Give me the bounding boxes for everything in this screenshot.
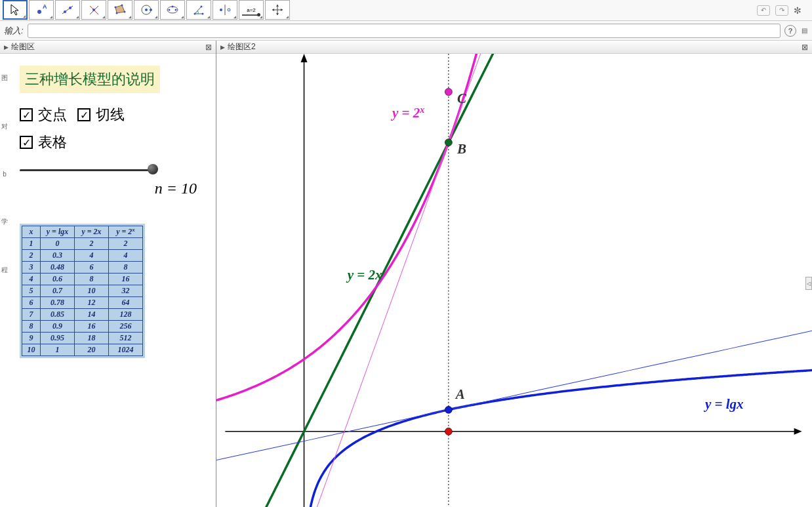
- left-panel-header[interactable]: ▶ 绘图区 ⊠: [0, 41, 216, 54]
- tool-translate[interactable]: [265, 0, 290, 20]
- graph-svg: y = 2xy = 2xy = lgxABC: [216, 54, 812, 507]
- svg-point-25: [228, 9, 230, 11]
- undo-button[interactable]: ↶: [757, 5, 770, 16]
- table-cell: 9: [22, 333, 41, 344]
- table-cell: 6: [22, 297, 41, 309]
- right-collapse-tab[interactable]: ◁: [805, 277, 812, 290]
- svg-point-3: [64, 10, 66, 13]
- right-panel: ▶ 绘图区2 ⊠ y = 2xy = 2xy = lgxABC: [216, 41, 812, 507]
- table-cell: 8: [75, 274, 109, 285]
- table-header: y = lgx: [41, 226, 75, 238]
- svg-point-24: [220, 9, 222, 11]
- intersection-point: [445, 139, 452, 146]
- curve-exp: [216, 54, 485, 413]
- table-cell: 8: [109, 262, 143, 274]
- line-icon: [61, 3, 74, 16]
- curve-log: [307, 366, 812, 507]
- tool-circle[interactable]: [134, 0, 159, 20]
- label-linear: y = 2x: [346, 267, 382, 283]
- label-point-C: C: [457, 91, 467, 106]
- table-cell: 10: [75, 285, 109, 297]
- label-point-B: B: [457, 141, 466, 157]
- checkbox-tangent[interactable]: ✓: [77, 108, 91, 121]
- label-log: y = lgx: [703, 396, 744, 412]
- table-cell: 8: [22, 321, 41, 333]
- svg-point-11: [121, 5, 123, 7]
- angle-icon: [192, 3, 205, 16]
- table-cell: 0: [41, 238, 75, 250]
- svg-point-15: [150, 9, 152, 11]
- checkbox-row: ✓ 交点 ✓ 切线 ✓ 表格: [20, 105, 203, 152]
- table-cell: 0.6: [41, 274, 75, 285]
- tool-point[interactable]: A: [29, 0, 54, 20]
- model-title: 三种增长模型的说明: [20, 66, 160, 93]
- table-row: 70.8514128: [22, 309, 143, 321]
- table-cell: 0.7: [41, 285, 75, 297]
- tool-angle[interactable]: [186, 0, 211, 20]
- polygon-icon: [113, 3, 127, 16]
- checkbox-intersection-label: 交点: [38, 105, 67, 125]
- slider-n[interactable]: [20, 163, 157, 178]
- table-cell: 1: [41, 344, 75, 356]
- table-cell: 5: [22, 285, 41, 297]
- tool-perpendicular[interactable]: [81, 0, 106, 20]
- checkbox-table[interactable]: ✓: [20, 136, 33, 149]
- slider-thumb[interactable]: [148, 164, 158, 174]
- panel-collapse-icon[interactable]: ▶: [4, 44, 9, 51]
- point-icon: A: [35, 3, 48, 16]
- table-header: x: [22, 226, 41, 238]
- table-cell: 32: [109, 285, 143, 297]
- ellipse-icon: [166, 3, 179, 16]
- tool-conic[interactable]: [160, 0, 185, 20]
- tool-slider[interactable]: a=2: [239, 0, 264, 20]
- table-row: 40.6816: [22, 274, 143, 285]
- checkbox-table-label: 表格: [38, 132, 67, 152]
- svg-point-14: [145, 9, 148, 11]
- table-cell: 2: [75, 238, 109, 250]
- table-cell: 0.78: [41, 297, 75, 309]
- table-row: 50.71032: [22, 285, 143, 297]
- table-cell: 4: [109, 250, 143, 262]
- table-header: y = 2x: [109, 226, 143, 238]
- table-cell: 1: [22, 238, 41, 250]
- algebra-input[interactable]: [28, 24, 781, 38]
- panel-collapse-icon[interactable]: ▶: [220, 44, 225, 51]
- redo-button[interactable]: ↷: [775, 5, 788, 16]
- right-panel-header[interactable]: ▶ 绘图区2 ⊠: [216, 41, 812, 54]
- settings-icon[interactable]: ✼: [794, 5, 802, 16]
- svg-point-21: [201, 6, 203, 8]
- label-exp: y = 2x: [390, 104, 424, 121]
- input-label: 输入:: [4, 25, 24, 37]
- input-dropdown-icon[interactable]: ▤: [800, 27, 808, 34]
- checkbox-intersection[interactable]: ✓: [20, 108, 33, 121]
- table-row: 20.344: [22, 250, 143, 262]
- left-panel: ▶ 绘图区 ⊠ 图对b学程 三种增长模型的说明 ✓ 交点 ✓ 切线 ✓ 表格 n…: [0, 41, 216, 507]
- table-cell: 16: [109, 274, 143, 285]
- table-cell: 256: [109, 321, 143, 333]
- table-cell: 0.95: [41, 333, 75, 344]
- intersection-point: [445, 406, 452, 413]
- tool-line[interactable]: [55, 0, 80, 20]
- table-cell: 1024: [109, 344, 143, 356]
- tangent-log: [216, 317, 812, 465]
- help-icon[interactable]: ?: [784, 25, 796, 37]
- tool-polygon[interactable]: [108, 0, 132, 20]
- checkbox-tangent-label: 切线: [96, 105, 125, 125]
- table-cell: 6: [75, 262, 109, 274]
- left-panel-title: 绘图区: [11, 41, 35, 52]
- svg-marker-8: [115, 5, 125, 13]
- tool-reflect[interactable]: [213, 0, 237, 20]
- table-cell: 14: [75, 309, 109, 321]
- graph-canvas[interactable]: y = 2xy = 2xy = lgxABC: [216, 54, 812, 507]
- close-icon[interactable]: ⊠: [205, 43, 212, 52]
- tool-move[interactable]: [3, 0, 28, 20]
- perp-icon: [87, 3, 100, 16]
- svg-text:A: A: [43, 3, 47, 10]
- table-cell: 4: [75, 250, 109, 262]
- table-row: 80.916256: [22, 321, 143, 333]
- table-cell: 20: [75, 344, 109, 356]
- close-icon[interactable]: ⊠: [802, 43, 808, 52]
- svg-point-4: [69, 7, 71, 9]
- table-header: y = 2x: [75, 226, 109, 238]
- table-row: 60.781264: [22, 297, 143, 309]
